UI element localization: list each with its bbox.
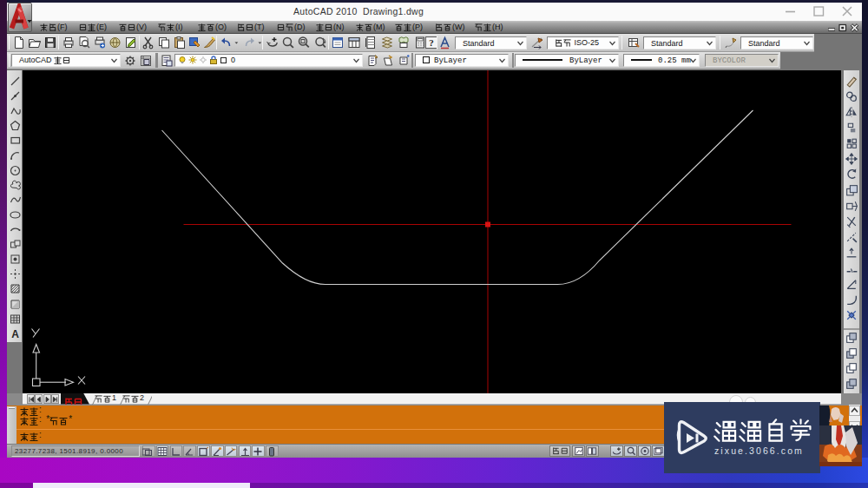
svg-text:A: A bbox=[11, 328, 19, 340]
svg-text:?: ? bbox=[429, 37, 434, 48]
